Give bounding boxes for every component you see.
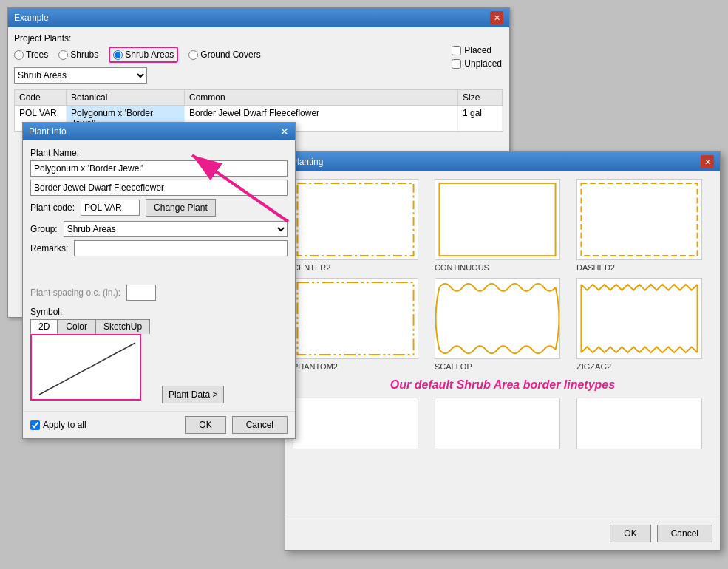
plant-type-dropdown[interactable]: Shrub Areas xyxy=(14,67,147,84)
symbol-section: Symbol: 2D Color SketchUp Plant Data > xyxy=(30,307,288,403)
placed-checkbox-item[interactable]: Placed xyxy=(452,45,502,55)
radio-shrubs-label: Shrubs xyxy=(70,50,98,60)
linetype-zigzag2-label: ZIGZAG2 xyxy=(576,362,611,371)
plant-info-cancel-button[interactable]: Cancel xyxy=(232,416,288,434)
spacing-label: Plant spacing o.c. (in.): xyxy=(30,287,120,298)
radio-groundcovers-label: Ground Covers xyxy=(200,50,260,60)
spacing-input[interactable] xyxy=(126,284,156,301)
svg-rect-3 xyxy=(297,183,413,256)
symbol-label: Symbol: xyxy=(30,307,150,317)
bottom-preview-grid xyxy=(293,398,712,452)
radio-shrubs-input[interactable] xyxy=(58,50,68,60)
remarks-row: Remarks: xyxy=(30,240,288,256)
radio-groundcovers[interactable]: Ground Covers xyxy=(188,50,260,60)
radio-group: Trees Shrubs Shrub Areas Ground Covers xyxy=(14,47,503,63)
planting-content: CENTER2 CONTINUOUS DASHED2 xyxy=(285,171,720,460)
apply-to-all-label: Apply to all xyxy=(43,420,86,430)
linetype-dashed2-label: DASHED2 xyxy=(576,263,615,272)
planting-footer: OK Cancel xyxy=(285,517,720,550)
placed-checkbox[interactable] xyxy=(452,46,461,55)
linetype-phantom2[interactable]: PHANTOM2 xyxy=(293,278,429,371)
plant-info-close-button[interactable]: ✕ xyxy=(280,126,289,137)
unplaced-checkbox[interactable] xyxy=(452,59,461,69)
linetype-grid: CENTER2 CONTINUOUS DASHED2 xyxy=(293,179,712,371)
linetype-scallop-svg xyxy=(435,279,559,358)
bottom-preview-2 xyxy=(435,398,560,449)
planting-title: Planting xyxy=(291,157,323,167)
svg-rect-6 xyxy=(297,282,413,355)
linetype-phantom2-label: PHANTOM2 xyxy=(293,362,338,371)
plant-data-button[interactable]: Plant Data > xyxy=(162,386,224,403)
unplaced-checkbox-item[interactable]: Unplaced xyxy=(452,58,502,69)
linetype-center2-svg xyxy=(293,180,418,259)
tab-sketchup[interactable]: SketchUp xyxy=(95,319,150,334)
plant-info-dialog: Plant Info ✕ Plant Name: Plant code: Cha… xyxy=(22,122,296,439)
symbol-tabs: 2D Color SketchUp xyxy=(30,319,150,334)
radio-shrubareas-label: Shrub Areas xyxy=(125,50,174,60)
bottom-preview-1 xyxy=(293,398,418,449)
plant-name-input1[interactable] xyxy=(30,160,288,177)
radio-shrubs[interactable]: Shrubs xyxy=(58,50,98,60)
main-close-button[interactable]: ✕ xyxy=(490,11,503,24)
placed-label: Placed xyxy=(464,45,491,55)
linetype-scallop-preview xyxy=(435,278,560,359)
radio-trees[interactable]: Trees xyxy=(14,50,48,60)
table-header: Code Botanical Common Size xyxy=(15,90,503,106)
linetype-continuous[interactable]: CONTINUOUS xyxy=(435,179,571,272)
symbol-svg xyxy=(32,335,140,399)
plant-name-input2[interactable] xyxy=(30,180,288,196)
linetype-dashed2-preview xyxy=(576,179,702,260)
linetype-scallop-label: SCALLOP xyxy=(435,362,472,371)
svg-rect-5 xyxy=(581,183,697,256)
linetype-center2[interactable]: CENTER2 xyxy=(293,179,429,272)
planting-cancel-button[interactable]: Cancel xyxy=(657,525,712,542)
dropdown-row: Shrub Areas xyxy=(14,67,503,84)
project-plants-label: Project Plants: xyxy=(14,33,503,44)
svg-rect-4 xyxy=(439,183,555,256)
group-label: Group: xyxy=(30,224,58,234)
tab-color[interactable]: Color xyxy=(58,319,95,334)
plant-info-ok-button[interactable]: OK xyxy=(185,416,225,434)
linetype-zigzag2[interactable]: ZIGZAG2 xyxy=(576,278,712,371)
linetype-continuous-label: CONTINUOUS xyxy=(435,263,489,272)
radio-groundcovers-input[interactable] xyxy=(188,50,198,60)
spacer xyxy=(30,262,288,284)
linetype-dashed2[interactable]: DASHED2 xyxy=(576,179,712,272)
remarks-label: Remarks: xyxy=(30,243,68,253)
plant-name-label: Plant Name: xyxy=(30,148,288,158)
linetype-continuous-preview xyxy=(435,179,560,260)
spacing-row: Plant spacing o.c. (in.): xyxy=(30,284,288,301)
radio-shrubareas-input[interactable] xyxy=(113,50,123,60)
plant-code-label: Plant code: xyxy=(30,202,75,213)
plant-info-content: Plant Name: Plant code: Change Plant Gro… xyxy=(23,140,295,411)
planting-ok-button[interactable]: OK xyxy=(610,525,650,542)
linetype-scallop[interactable]: SCALLOP xyxy=(435,278,571,371)
apply-to-all-checkbox[interactable] xyxy=(30,420,40,430)
cell-size: 1 gal xyxy=(458,106,503,131)
main-title: Example xyxy=(14,13,49,23)
linetype-center2-label: CENTER2 xyxy=(293,263,330,272)
planting-titlebar: Planting ✕ xyxy=(285,152,720,171)
tab-2d[interactable]: 2D xyxy=(30,319,58,334)
group-row: Group: Shrub Areas xyxy=(30,221,288,237)
linetype-zigzag2-svg xyxy=(577,279,701,358)
apply-to-all-checkbox-item[interactable]: Apply to all xyxy=(30,420,86,430)
radio-shrubareas-wrapper[interactable]: Shrub Areas xyxy=(109,47,178,63)
group-select[interactable]: Shrub Areas xyxy=(64,221,288,237)
planting-close-button[interactable]: ✕ xyxy=(701,155,714,168)
change-plant-button[interactable]: Change Plant xyxy=(146,199,216,217)
col-code: Code xyxy=(15,90,67,105)
plant-code-row: Plant code: Change Plant xyxy=(30,199,288,217)
checkboxes-area: Placed Unplaced xyxy=(452,45,502,69)
radio-trees-input[interactable] xyxy=(14,50,24,60)
remarks-input[interactable] xyxy=(74,240,288,256)
radio-trees-label: Trees xyxy=(26,50,48,60)
unplaced-label: Unplaced xyxy=(464,58,502,69)
main-titlebar: Example ✕ xyxy=(8,8,509,27)
bottom-preview-3 xyxy=(576,398,702,449)
plant-data-btn-wrapper: Plant Data > xyxy=(162,386,224,403)
linetype-zigzag2-preview xyxy=(576,278,702,359)
plant-code-input[interactable] xyxy=(81,200,140,216)
annotation-text: Our default Shrub Area border linetypes xyxy=(293,378,712,392)
plant-info-titlebar: Plant Info ✕ xyxy=(23,123,295,140)
